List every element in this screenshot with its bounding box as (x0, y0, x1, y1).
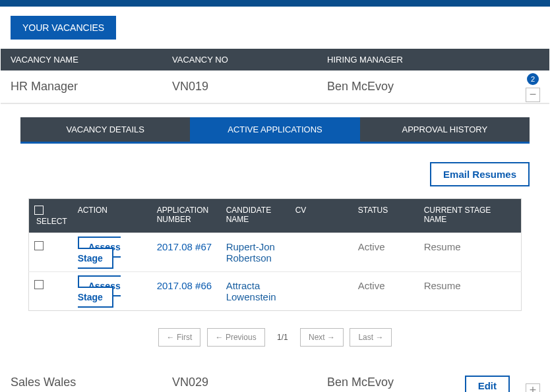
vacancy-name: Sales Wales (1, 376, 166, 389)
expand-toggle[interactable]: + (526, 383, 540, 392)
email-resumes-button[interactable]: Email Resumes (430, 162, 530, 186)
application-count-badge: 2 (527, 73, 539, 85)
application-row: Assess Stage 2017.08 #66 Attracta Lowens… (29, 272, 522, 311)
vacancy-row: HR Manager VN019 Ben McEvoy 2 − (1, 70, 549, 103)
select-all-checkbox[interactable] (34, 206, 44, 215)
col-header-mgr: HIRING MANAGER (321, 55, 499, 65)
vacancy-row: Sales Wales VN029 Ben McEvoy Edit + (1, 366, 549, 392)
applications-table: SELECT ACTION APPLICATION NUMBER CANDIDA… (28, 198, 522, 311)
application-number[interactable]: 2017.08 #67 (152, 233, 221, 272)
page-first-button[interactable]: ← First (158, 328, 201, 347)
col-header-candidate: CANDIDATE NAME (221, 199, 290, 233)
application-number[interactable]: 2017.08 #66 (152, 272, 221, 311)
assess-stage-button[interactable]: Assess Stage (78, 237, 121, 269)
col-header-name: VACANCY NAME (1, 55, 166, 65)
page-last-button[interactable]: Last → (350, 328, 392, 347)
row-checkbox[interactable] (34, 241, 44, 250)
col-header-stage: CURRENT STAGE NAME (419, 199, 522, 233)
cv-cell (290, 233, 353, 272)
col-header-status: STATUS (353, 199, 419, 233)
vacancy-panel: VACANCY DETAILS ACTIVE APPLICATIONS APPR… (1, 103, 549, 366)
vacancy-header-row: VACANCY NAME VACANCY NO HIRING MANAGER (1, 49, 549, 70)
col-header-select: SELECT (36, 217, 67, 226)
top-bar (0, 0, 550, 7)
status-cell: Active (353, 233, 419, 272)
edit-button[interactable]: Edit (465, 376, 510, 392)
tab-active-applications[interactable]: ACTIVE APPLICATIONS (190, 117, 359, 142)
col-header-appnum: APPLICATION NUMBER (152, 199, 221, 233)
assess-stage-button[interactable]: Assess Stage (78, 275, 121, 308)
stage-cell: Resume (419, 233, 522, 272)
collapse-toggle[interactable]: − (526, 88, 540, 102)
col-header-no: VACANCY NO (166, 55, 321, 65)
application-row: Assess Stage 2017.08 #67 Rupert-Jon Robe… (29, 233, 522, 272)
vacancy-name: HR Manager (1, 80, 166, 94)
your-vacancies-label: YOUR VACANCIES (11, 16, 116, 40)
page-prev-button[interactable]: ← Previous (207, 328, 265, 347)
stage-cell: Resume (419, 272, 522, 311)
status-cell: Active (353, 272, 419, 311)
candidate-name[interactable]: Rupert-Jon Robertson (221, 233, 290, 272)
vacancy-mgr: Ben McEvoy (321, 80, 499, 94)
pagination: ← First ← Previous 1/1 Next → Last → (9, 311, 541, 347)
col-header-action: ACTION (73, 199, 152, 233)
vacancy-no: VN029 (166, 376, 321, 389)
page-info: 1/1 (269, 329, 296, 346)
candidate-name[interactable]: Attracta Lowenstein (221, 272, 290, 311)
col-header-cv: CV (290, 199, 353, 233)
tab-bar: VACANCY DETAILS ACTIVE APPLICATIONS APPR… (20, 117, 530, 144)
cv-cell (290, 272, 353, 311)
row-checkbox[interactable] (34, 280, 44, 289)
tab-approval-history[interactable]: APPROVAL HISTORY (360, 117, 530, 142)
page-next-button[interactable]: Next → (300, 328, 344, 347)
vacancy-no: VN019 (166, 80, 321, 94)
tab-vacancy-details[interactable]: VACANCY DETAILS (20, 117, 190, 142)
